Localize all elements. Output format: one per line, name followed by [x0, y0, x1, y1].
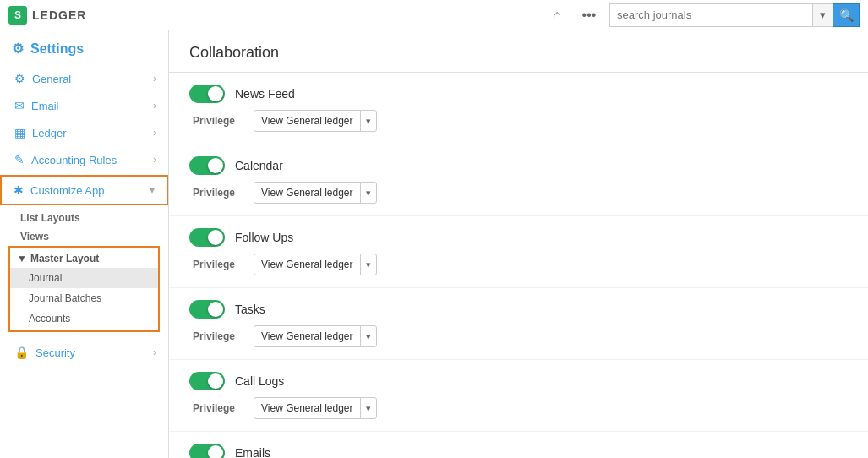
toggle-knob-tasks: [208, 302, 223, 317]
privilege-value-tasks: View General ledger: [254, 330, 360, 342]
toggle-news-feed[interactable]: [189, 85, 225, 103]
chevron-right-icon: ›: [153, 73, 156, 85]
collab-row-tasks: Tasks Privilege View General ledger ▾: [169, 288, 868, 360]
chevron-right-icon: ›: [153, 100, 156, 112]
collab-row-follow-ups: Follow Ups Privilege View General ledger…: [169, 216, 868, 288]
logo-area: S LEDGER: [8, 6, 86, 25]
search-dropdown-button[interactable]: ▾: [812, 3, 833, 27]
privilege-dropdown-news-feed[interactable]: View General ledger ▾: [254, 110, 377, 132]
settings-header: ⚙ Settings: [0, 30, 168, 65]
collab-row-body-follow-ups: Privilege View General ledger ▾: [189, 254, 848, 275]
main-layout: ⚙ Settings ⚙ General › ✉ Email › ▦ Ledge…: [0, 30, 868, 458]
sidebar-item-security[interactable]: 🔒 Security ›: [0, 339, 168, 366]
privilege-label-tasks: Privilege: [193, 330, 243, 342]
sidebar-item-email[interactable]: ✉ Email ›: [0, 92, 168, 119]
sidebar-item-security-label: Security: [35, 346, 75, 359]
sidebar-item-email-left: ✉ Email: [14, 99, 59, 112]
topbar-icons: ⌂ •••: [543, 3, 603, 27]
privilege-dropdown-calendar[interactable]: View General ledger ▾: [254, 182, 377, 204]
privilege-label-calendar: Privilege: [193, 187, 243, 199]
privilege-dropdown-arrow-follow-ups: ▾: [360, 254, 376, 275]
privilege-value-call-logs: View General ledger: [254, 402, 360, 414]
privilege-dropdown-arrow-call-logs: ▾: [360, 398, 376, 418]
collab-row-body-tasks: Privilege View General ledger ▾: [189, 325, 848, 347]
sidebar-item-ledger[interactable]: ▦ Ledger ›: [0, 119, 168, 146]
collab-row-header-news-feed: News Feed: [189, 85, 848, 103]
privilege-dropdown-arrow-tasks: ▾: [360, 326, 376, 346]
email-icon: ✉: [14, 99, 25, 112]
privilege-dropdown-arrow-calendar: ▾: [360, 183, 376, 203]
collab-row-header-tasks: Tasks: [189, 300, 848, 319]
chevron-down-icon: ▾: [150, 184, 155, 196]
toggle-knob-follow-ups: [208, 230, 223, 245]
toggle-call-logs[interactable]: [189, 372, 225, 390]
collab-row-title-emails: Emails: [235, 446, 270, 458]
toggle-emails[interactable]: [189, 444, 225, 458]
sidebar-item-journal-batches[interactable]: Journal Batches: [10, 288, 158, 308]
general-icon: ⚙: [14, 72, 25, 85]
toggle-follow-ups[interactable]: [189, 228, 225, 247]
sidebar-item-general-label: General: [32, 73, 71, 85]
privilege-value-follow-ups: View General ledger: [254, 259, 360, 270]
master-layout-header[interactable]: ▼ Master Layout: [10, 249, 158, 268]
privilege-value-news-feed: View General ledger: [254, 115, 360, 127]
collab-row-header-follow-ups: Follow Ups: [189, 228, 848, 247]
collab-row-title-follow-ups: Follow Ups: [235, 231, 293, 244]
search-area: ▾ 🔍: [609, 3, 860, 27]
ledger-icon: ▦: [14, 126, 25, 139]
collab-row-body-calendar: Privilege View General ledger ▾: [189, 182, 848, 204]
toggle-knob-calendar: [208, 158, 223, 173]
home-button[interactable]: ⌂: [543, 3, 570, 27]
sidebar-item-general-left: ⚙ General: [14, 72, 71, 85]
sidebar: ⚙ Settings ⚙ General › ✉ Email › ▦ Ledge…: [0, 30, 169, 458]
collab-row-title-calendar: Calendar: [235, 159, 283, 172]
sidebar-item-security-left: 🔒 Security: [14, 346, 75, 359]
more-options-button[interactable]: •••: [576, 3, 603, 27]
sidebar-item-journal[interactable]: Journal: [10, 268, 158, 288]
master-layout-label: Master Layout: [30, 253, 99, 264]
collab-row-title-call-logs: Call Logs: [235, 374, 284, 388]
collab-row-title-tasks: Tasks: [235, 303, 265, 316]
security-icon: 🔒: [14, 346, 29, 359]
sidebar-item-accounting-rules-left: ✎ Accounting Rules: [14, 153, 117, 166]
settings-icon: ⚙: [12, 41, 24, 57]
search-button[interactable]: 🔍: [833, 3, 860, 27]
toggle-knob-emails: [208, 445, 223, 458]
privilege-dropdown-call-logs[interactable]: View General ledger ▾: [254, 397, 377, 419]
sidebar-item-customize-app-label: Customize App: [30, 184, 104, 197]
privilege-label-follow-ups: Privilege: [193, 259, 243, 270]
sidebar-item-customize-app[interactable]: ✱ Customize App ▾: [0, 175, 168, 205]
collab-row-header-calendar: Calendar: [189, 156, 848, 175]
sidebar-item-general[interactable]: ⚙ General ›: [0, 65, 168, 92]
accounting-rules-icon: ✎: [14, 153, 25, 166]
collab-row-header-call-logs: Call Logs: [189, 372, 848, 390]
collab-row-body-news-feed: Privilege View General ledger ▾: [189, 110, 848, 132]
sidebar-item-accounts[interactable]: Accounts: [10, 308, 158, 329]
sidebar-item-accounting-rules[interactable]: ✎ Accounting Rules ›: [0, 146, 168, 173]
sidebar-item-email-label: Email: [31, 100, 59, 112]
toggle-tasks[interactable]: [189, 300, 225, 319]
toggle-knob-news-feed: [208, 86, 223, 101]
collab-row-header-emails: Emails: [189, 444, 848, 458]
sidebar-item-customize-app-left: ✱ Customize App: [14, 183, 104, 197]
collapse-icon: ▼: [17, 253, 27, 264]
customize-app-icon: ✱: [14, 183, 24, 197]
chevron-right-icon: ›: [153, 154, 156, 166]
toggle-knob-call-logs: [208, 373, 223, 389]
collab-row-body-call-logs: Privilege View General ledger ▾: [189, 397, 848, 419]
privilege-dropdown-follow-ups[interactable]: View General ledger ▾: [254, 254, 377, 275]
chevron-right-icon: ›: [153, 346, 156, 358]
search-input[interactable]: [609, 3, 812, 27]
privilege-label-call-logs: Privilege: [193, 402, 243, 414]
privilege-dropdown-tasks[interactable]: View General ledger ▾: [254, 325, 377, 347]
main-content: Collaboration News Feed Privilege View G…: [169, 30, 868, 458]
master-layout-section: ▼ Master Layout Journal Journal Batches …: [8, 246, 160, 332]
views-label: Views: [0, 226, 168, 244]
toggle-calendar[interactable]: [189, 156, 225, 175]
topbar: S LEDGER ⌂ ••• ▾ 🔍: [0, 0, 868, 30]
privilege-label-news-feed: Privilege: [193, 115, 243, 127]
sidebar-item-ledger-left: ▦ Ledger: [14, 126, 66, 139]
collab-row-call-logs: Call Logs Privilege View General ledger …: [169, 360, 868, 432]
collaboration-rows: News Feed Privilege View General ledger …: [169, 73, 868, 458]
list-layouts-label: List Layouts: [0, 207, 168, 226]
